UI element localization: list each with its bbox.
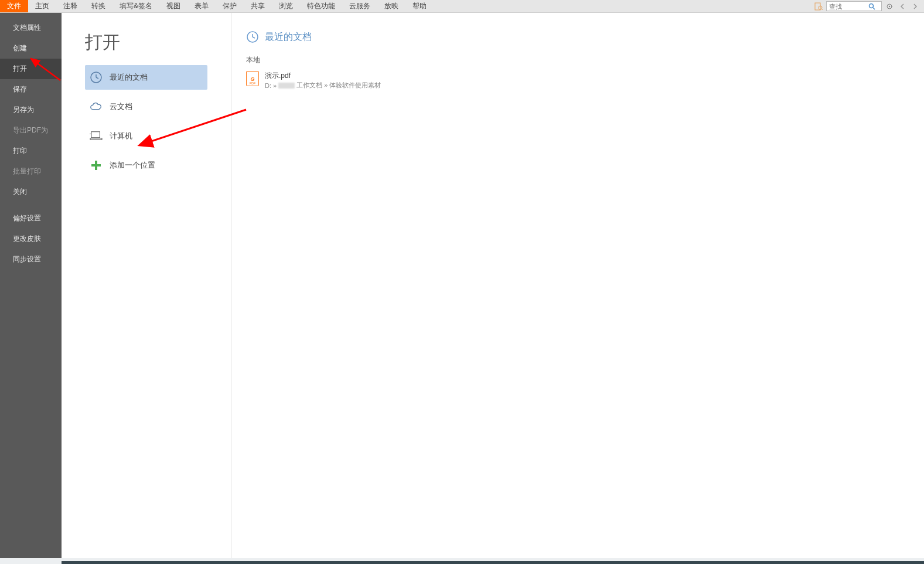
menu-tab-12[interactable]: 放映 (377, 0, 405, 12)
menu-tab-0[interactable]: 文件 (0, 0, 28, 12)
menu-tab-7[interactable]: 保护 (216, 0, 244, 12)
status-bar (0, 558, 924, 564)
open-source-clock[interactable]: 最近的文档 (85, 65, 207, 90)
recent-doc-item[interactable]: GPDF演示.pdfD: » 工作文档 » 体验软件使用素材 (246, 69, 906, 92)
computer-icon (90, 130, 103, 142)
file-menu-item-10[interactable]: 偏好设置 (0, 208, 62, 229)
recent-docs-panel: 最近的文档 本地 GPDF演示.pdfD: » 工作文档 » 体验软件使用素材 (231, 13, 924, 564)
file-menu-item-5: 导出PDF为 (0, 120, 62, 141)
open-title: 打开 (85, 30, 207, 55)
file-menu-item-0[interactable]: 文档属性 (0, 18, 62, 38)
file-menu-item-7: 批量打印 (0, 161, 62, 182)
find-text-icon[interactable] (813, 1, 824, 12)
svg-point-6 (889, 5, 890, 6)
menu-tab-11[interactable]: 云服务 (342, 0, 377, 12)
search-icon[interactable] (868, 2, 876, 11)
top-menu-bar: 文件主页注释转换填写&签名视图表单保护共享浏览特色功能云服务放映帮助 (0, 0, 924, 13)
menu-tab-3[interactable]: 转换 (84, 0, 112, 12)
menu-tab-1[interactable]: 主页 (28, 0, 56, 12)
menu-tab-5[interactable]: 视图 (159, 0, 187, 12)
menu-tab-13[interactable]: 帮助 (405, 0, 434, 12)
file-menu-item-12[interactable]: 同步设置 (0, 249, 62, 270)
search-box[interactable] (826, 1, 882, 11)
cloud-icon (90, 100, 103, 113)
file-menu-item-8[interactable]: 关闭 (0, 182, 62, 202)
svg-line-2 (821, 9, 823, 10)
doc-name: 演示.pdf (265, 71, 381, 81)
file-menu-item-2[interactable]: 打开 (0, 59, 62, 79)
recent-header: 最近的文档 (246, 30, 906, 43)
open-source-label: 最近的文档 (110, 72, 148, 83)
svg-line-4 (873, 8, 875, 9)
svg-rect-11 (90, 138, 102, 140)
local-section-label: 本地 (246, 55, 906, 65)
file-menu-item-6[interactable]: 打印 (0, 141, 62, 161)
svg-line-19 (253, 37, 255, 38)
menu-tab-8[interactable]: 共享 (244, 0, 272, 12)
plus-icon (90, 159, 103, 172)
file-menu-item-4[interactable]: 另存为 (0, 100, 62, 120)
open-source-computer[interactable]: 计算机 (85, 124, 207, 148)
doc-path: D: » 工作文档 » 体验软件使用素材 (265, 81, 381, 90)
doc-info: 演示.pdfD: » 工作文档 » 体验软件使用素材 (265, 71, 381, 90)
menu-tab-9[interactable]: 浏览 (272, 0, 300, 12)
menu-tab-4[interactable]: 填写&签名 (112, 0, 159, 12)
menu-tab-10[interactable]: 特色功能 (300, 0, 342, 12)
svg-rect-10 (91, 132, 100, 138)
open-sources-panel: 打开 最近的文档云文档计算机添加一个位置 (62, 13, 231, 564)
file-menu-sidebar: 文档属性创建打开保存另存为导出PDF为打印批量打印关闭偏好设置更改皮肤同步设置 (0, 13, 62, 564)
nav-prev-icon[interactable] (897, 1, 908, 12)
file-menu-item-3[interactable]: 保存 (0, 79, 62, 100)
menu-tab-6[interactable]: 表单 (187, 0, 216, 12)
open-source-label: 添加一个位置 (110, 160, 155, 171)
menu-tab-2[interactable]: 注释 (56, 0, 84, 12)
clock-icon (246, 30, 259, 43)
open-source-label: 云文档 (110, 101, 132, 112)
recent-title: 最近的文档 (265, 31, 312, 43)
svg-line-9 (96, 77, 98, 79)
pdf-file-icon: GPDF (246, 71, 259, 86)
svg-rect-14 (91, 164, 101, 167)
open-source-plus[interactable]: 添加一个位置 (85, 153, 207, 178)
clock-icon (90, 71, 103, 84)
svg-point-3 (870, 4, 874, 8)
open-source-label: 计算机 (110, 131, 132, 141)
search-input[interactable] (827, 3, 868, 10)
content-area: 打开 最近的文档云文档计算机添加一个位置 最近的文档 本地 GPDF演示.pdf… (62, 13, 924, 564)
file-menu-item-1[interactable]: 创建 (0, 38, 62, 59)
nav-next-icon[interactable] (910, 1, 920, 12)
file-menu-item-11[interactable]: 更改皮肤 (0, 229, 62, 249)
settings-gear-icon[interactable] (884, 1, 895, 12)
top-right-controls (813, 0, 924, 12)
open-source-cloud[interactable]: 云文档 (85, 94, 207, 119)
main-area: 文档属性创建打开保存另存为导出PDF为打印批量打印关闭偏好设置更改皮肤同步设置 … (0, 13, 924, 564)
